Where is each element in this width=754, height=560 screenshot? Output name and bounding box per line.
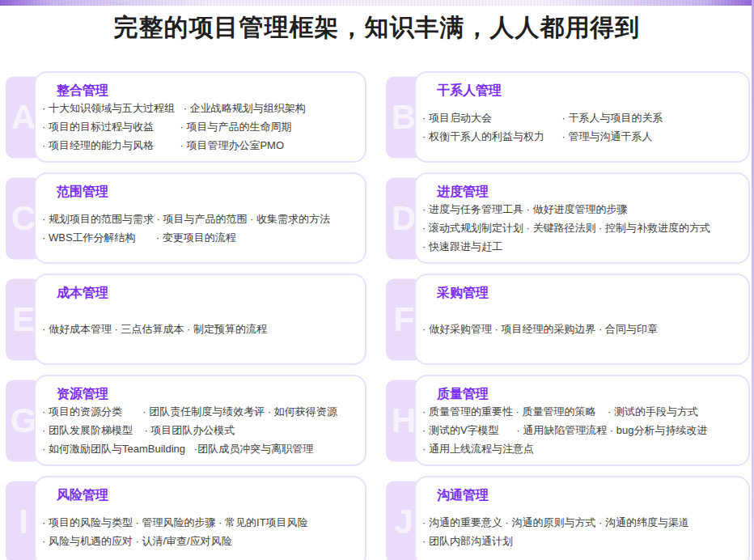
card-line: · 十大知识领域与五大过程组 · 企业战略规划与组织架构 — [42, 99, 355, 117]
card: 整合管理 · 十大知识领域与五大过程组 · 企业战略规划与组织架构 · 项目的目… — [34, 71, 366, 163]
card-quality-management: H 质量管理 · 质量管理的重要性 · 质量管理的策略 · 测试的手段与方式 ·… — [386, 375, 750, 466]
card-line: · 权衡干系人的利益与权力 · 管理与沟通干系人 — [422, 127, 739, 146]
card-line: · 风险与机遇的应对 · 认清/审查/应对风险 — [42, 532, 355, 550]
badge-letter: H — [392, 401, 416, 440]
card-body: · 十大知识领域与五大过程组 · 企业战略规划与组织架构 · 项目的目标过程与收… — [42, 99, 355, 155]
page-section: 完整的项目管理框架，知识丰满，人人都用得到 A 整合管理 · 十大知识领域与五大… — [0, 0, 754, 560]
card-line: · 通用上线流程与注意点 — [422, 439, 739, 458]
card-procurement-management: F 采购管理 · 做好采购管理 · 项目经理的采购边界 · 合同与印章 — [386, 274, 750, 365]
card-title: 资源管理 — [57, 386, 355, 402]
card-title: 风险管理 — [57, 487, 355, 503]
card-resource-management: G 资源管理 · 项目的资源分类 · 团队责任制度与绩效考评 · 如何获得资源 … — [6, 375, 366, 466]
card: 进度管理 · 进度与任务管理工具 · 做好进度管理的步骤 · 滚动式规划制定计划… — [414, 172, 750, 264]
badge-letter: E — [12, 300, 35, 339]
card-stakeholder-management: B 干系人管理 · 项目启动大会 · 干系人与项目的关系 · 权衡干系人的利益与… — [386, 71, 750, 163]
card-line: · 滚动式规划制定计划 · 关键路径法则 · 控制与补救进度的方式 — [422, 218, 739, 237]
card-title: 成本管理 — [57, 285, 355, 301]
card-line: · 做好采购管理 · 项目经理的采购边界 · 合同与印章 — [422, 320, 739, 338]
card: 成本管理 · 做好成本管理 · 三点估算成本 · 制定预算的流程 — [34, 274, 366, 365]
card-line: · 项目的资源分类 · 团队责任制度与绩效考评 · 如何获得资源 — [42, 402, 355, 421]
card-line: · 沟通的重要意义 · 沟通的原则与方式 · 沟通的纬度与渠道 — [422, 513, 739, 532]
top-gradient-bar — [0, 0, 754, 6]
card-body: · 规划项目的范围与需求 · 项目与产品的范围 · 收集需求的方法 · WBS工… — [42, 200, 355, 256]
card-line: · 规划项目的范围与需求 · 项目与产品的范围 · 收集需求的方法 — [42, 210, 355, 228]
card-body: · 项目的风险与类型 · 管理风险的步骤 · 常见的IT项目风险 · 风险与机遇… — [42, 503, 355, 559]
card-schedule-management: D 进度管理 · 进度与任务管理工具 · 做好进度管理的步骤 · 滚动式规划制定… — [386, 172, 750, 264]
card-body: · 沟通的重要意义 · 沟通的原则与方式 · 沟通的纬度与渠道 · 团队内部沟通… — [422, 503, 739, 559]
card-body: · 项目启动大会 · 干系人与项目的关系 · 权衡干系人的利益与权力 · 管理与… — [422, 99, 739, 155]
badge-letter: G — [11, 401, 37, 440]
badge-letter: I — [19, 503, 28, 541]
card-body: · 项目的资源分类 · 团队责任制度与绩效考评 · 如何获得资源 · 团队发展阶… — [42, 402, 355, 458]
card-line: · 测试的V字模型 · 通用缺陷管理流程 · bug分析与持续改进 — [422, 421, 739, 439]
card-line: · 如何激励团队与TeamBuilding ·团队成员冲突与离职管理 — [42, 439, 355, 458]
card-line: · 快速跟进与赶工 — [422, 237, 739, 256]
card-line: · 项目的目标过程与收益 · 项目与产品的生命周期 — [42, 117, 355, 136]
card: 风险管理 · 项目的风险与类型 · 管理风险的步骤 · 常见的IT项目风险 · … — [34, 476, 366, 560]
badge-letter: D — [392, 199, 416, 238]
card-scope-management: C 范围管理 · 规划项目的范围与需求 · 项目与产品的范围 · 收集需求的方法… — [6, 172, 366, 264]
card: 采购管理 · 做好采购管理 · 项目经理的采购边界 · 合同与印章 — [414, 274, 750, 365]
card-body: · 进度与任务管理工具 · 做好进度管理的步骤 · 滚动式规划制定计划 · 关键… — [422, 200, 739, 256]
badge-letter: F — [393, 300, 414, 339]
card-title: 沟通管理 — [437, 487, 739, 503]
card-body: · 质量管理的重要性 · 质量管理的策略 · 测试的手段与方式 · 测试的V字模… — [422, 402, 739, 458]
card-risk-management: I 风险管理 · 项目的风险与类型 · 管理风险的步骤 · 常见的IT项目风险 … — [6, 476, 366, 560]
card-body: · 做好成本管理 · 三点估算成本 · 制定预算的流程 — [42, 301, 355, 357]
card-body: · 做好采购管理 · 项目经理的采购边界 · 合同与印章 — [422, 301, 739, 357]
badge-letter: B — [392, 98, 416, 137]
card-grid: A 整合管理 · 十大知识领域与五大过程组 · 企业战略规划与组织架构 · 项目… — [0, 71, 750, 560]
card-line: · 质量管理的重要性 · 质量管理的策略 · 测试的手段与方式 — [422, 402, 739, 421]
card-integration-management: A 整合管理 · 十大知识领域与五大过程组 · 企业战略规划与组织架构 · 项目… — [6, 71, 366, 163]
card-communication-management: J 沟通管理 · 沟通的重要意义 · 沟通的原则与方式 · 沟通的纬度与渠道 ·… — [386, 476, 750, 560]
card: 质量管理 · 质量管理的重要性 · 质量管理的策略 · 测试的手段与方式 · 测… — [414, 375, 750, 466]
badge-letter: C — [11, 199, 36, 238]
card-line: · 进度与任务管理工具 · 做好进度管理的步骤 — [422, 200, 739, 218]
page-title: 完整的项目管理框架，知识丰满，人人都用得到 — [0, 11, 754, 45]
card-title: 范围管理 — [57, 184, 355, 200]
card-title: 干系人管理 — [437, 83, 739, 99]
card-line: · 团队发展阶梯模型 · 项目团队办公模式 — [42, 421, 355, 439]
card-line: · 项目的风险与类型 · 管理风险的步骤 · 常见的IT项目风险 — [42, 513, 355, 532]
card-line: · 项目启动大会 · 干系人与项目的关系 — [422, 108, 739, 127]
card-title: 整合管理 — [57, 83, 355, 99]
card-line: · 团队内部沟通计划 — [422, 532, 739, 550]
card-cost-management: E 成本管理 · 做好成本管理 · 三点估算成本 · 制定预算的流程 — [6, 274, 366, 365]
card-title: 质量管理 — [437, 386, 739, 402]
card: 干系人管理 · 项目启动大会 · 干系人与项目的关系 · 权衡干系人的利益与权力… — [414, 71, 750, 163]
card-line: · 项目经理的能力与风格 · 项目管理办公室PMO — [42, 136, 355, 155]
card-line: · WBS工作分解结构 · 变更项目的流程 — [42, 228, 355, 247]
badge-letter: J — [394, 503, 413, 541]
card-line: · 做好成本管理 · 三点估算成本 · 制定预算的流程 — [42, 320, 355, 338]
card: 资源管理 · 项目的资源分类 · 团队责任制度与绩效考评 · 如何获得资源 · … — [34, 375, 366, 466]
card: 沟通管理 · 沟通的重要意义 · 沟通的原则与方式 · 沟通的纬度与渠道 · 团… — [414, 476, 750, 560]
card-title: 进度管理 — [437, 184, 739, 200]
card: 范围管理 · 规划项目的范围与需求 · 项目与产品的范围 · 收集需求的方法 ·… — [34, 172, 366, 264]
card-title: 采购管理 — [437, 285, 739, 301]
badge-letter: A — [11, 98, 36, 137]
